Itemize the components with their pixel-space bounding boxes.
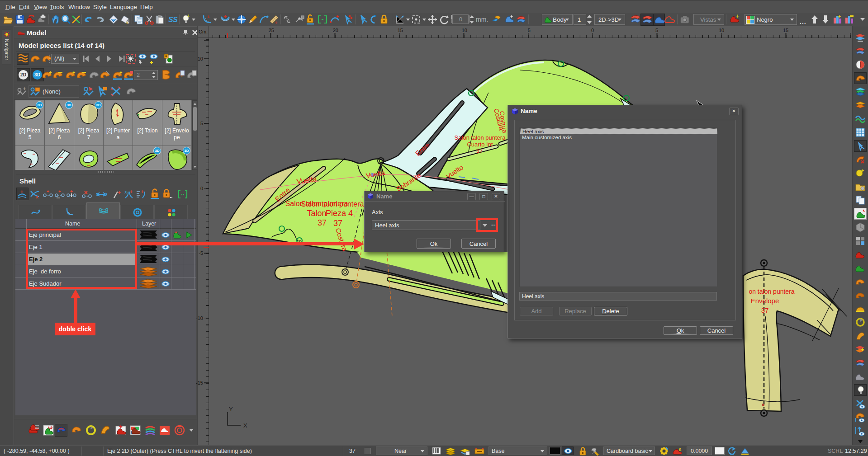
svg-text:x: x xyxy=(124,189,127,194)
svg-text:+: + xyxy=(141,189,144,194)
svg-text:+: + xyxy=(336,14,339,19)
svg-text:+: + xyxy=(207,14,210,19)
svg-text:$: $ xyxy=(679,447,681,452)
svg-text:Y: Y xyxy=(229,406,233,413)
svg-text:+: + xyxy=(736,14,740,19)
svg-text:x: x xyxy=(36,194,39,199)
svg-text:+: + xyxy=(861,168,864,173)
svg-text:+: + xyxy=(187,14,190,19)
svg-text:X: X xyxy=(243,422,247,429)
svg-text:+: + xyxy=(119,70,122,75)
svg-text:x: x xyxy=(110,86,113,91)
svg-text:+: + xyxy=(23,86,26,91)
svg-text:+: + xyxy=(224,14,227,19)
svg-text:+: + xyxy=(118,189,121,196)
svg-text:S: S xyxy=(173,16,178,24)
svg-text:+: + xyxy=(49,70,52,75)
svg-text:+: + xyxy=(20,189,23,194)
svg-text:+: + xyxy=(70,189,73,194)
svg-text:+: + xyxy=(130,189,133,194)
svg-text:+: + xyxy=(275,20,277,25)
svg-text:+: + xyxy=(126,20,128,25)
svg-text:+: + xyxy=(47,189,49,194)
svg-text:+: + xyxy=(72,70,75,75)
svg-text:+: + xyxy=(838,14,841,19)
svg-text:+: + xyxy=(58,189,61,194)
